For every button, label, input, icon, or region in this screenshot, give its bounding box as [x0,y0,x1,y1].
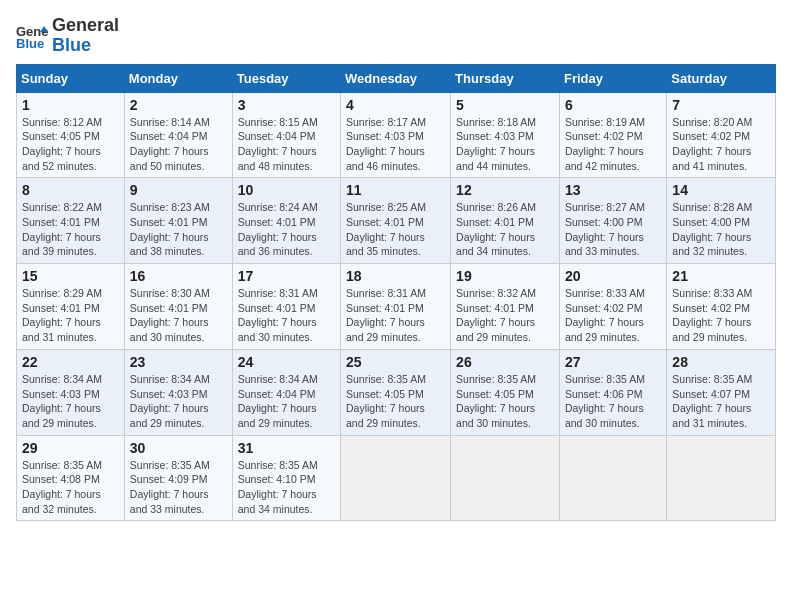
day-number: 5 [456,97,554,113]
day-number: 17 [238,268,335,284]
day-number: 16 [130,268,227,284]
day-cell: 28Sunrise: 8:35 AM Sunset: 4:07 PM Dayli… [667,349,776,435]
day-number: 7 [672,97,770,113]
day-detail: Sunrise: 8:23 AM Sunset: 4:01 PM Dayligh… [130,200,227,259]
day-detail: Sunrise: 8:18 AM Sunset: 4:03 PM Dayligh… [456,115,554,174]
day-number: 3 [238,97,335,113]
calendar-table: SundayMondayTuesdayWednesdayThursdayFrid… [16,64,776,522]
day-number: 11 [346,182,445,198]
day-detail: Sunrise: 8:29 AM Sunset: 4:01 PM Dayligh… [22,286,119,345]
day-number: 1 [22,97,119,113]
day-number: 12 [456,182,554,198]
day-cell: 6Sunrise: 8:19 AM Sunset: 4:02 PM Daylig… [559,92,666,178]
day-number: 4 [346,97,445,113]
day-number: 26 [456,354,554,370]
day-cell: 4Sunrise: 8:17 AM Sunset: 4:03 PM Daylig… [341,92,451,178]
day-number: 18 [346,268,445,284]
day-detail: Sunrise: 8:34 AM Sunset: 4:03 PM Dayligh… [22,372,119,431]
week-row-5: 29Sunrise: 8:35 AM Sunset: 4:08 PM Dayli… [17,435,776,521]
day-detail: Sunrise: 8:15 AM Sunset: 4:04 PM Dayligh… [238,115,335,174]
day-cell [667,435,776,521]
day-detail: Sunrise: 8:12 AM Sunset: 4:05 PM Dayligh… [22,115,119,174]
day-detail: Sunrise: 8:31 AM Sunset: 4:01 PM Dayligh… [346,286,445,345]
day-cell: 14Sunrise: 8:28 AM Sunset: 4:00 PM Dayli… [667,178,776,264]
logo-icon: General Blue [16,22,48,50]
day-number: 27 [565,354,661,370]
day-cell: 27Sunrise: 8:35 AM Sunset: 4:06 PM Dayli… [559,349,666,435]
svg-text:Blue: Blue [16,36,44,50]
day-detail: Sunrise: 8:17 AM Sunset: 4:03 PM Dayligh… [346,115,445,174]
day-cell: 24Sunrise: 8:34 AM Sunset: 4:04 PM Dayli… [232,349,340,435]
day-number: 31 [238,440,335,456]
day-cell: 8Sunrise: 8:22 AM Sunset: 4:01 PM Daylig… [17,178,125,264]
dow-header-monday: Monday [124,64,232,92]
day-cell: 12Sunrise: 8:26 AM Sunset: 4:01 PM Dayli… [451,178,560,264]
day-cell [341,435,451,521]
day-detail: Sunrise: 8:35 AM Sunset: 4:05 PM Dayligh… [456,372,554,431]
day-number: 23 [130,354,227,370]
day-detail: Sunrise: 8:20 AM Sunset: 4:02 PM Dayligh… [672,115,770,174]
dow-header-thursday: Thursday [451,64,560,92]
day-detail: Sunrise: 8:35 AM Sunset: 4:09 PM Dayligh… [130,458,227,517]
day-detail: Sunrise: 8:35 AM Sunset: 4:10 PM Dayligh… [238,458,335,517]
day-number: 15 [22,268,119,284]
day-number: 24 [238,354,335,370]
header: General Blue General Blue [16,16,776,56]
week-row-4: 22Sunrise: 8:34 AM Sunset: 4:03 PM Dayli… [17,349,776,435]
day-cell: 7Sunrise: 8:20 AM Sunset: 4:02 PM Daylig… [667,92,776,178]
day-detail: Sunrise: 8:33 AM Sunset: 4:02 PM Dayligh… [565,286,661,345]
dow-header-tuesday: Tuesday [232,64,340,92]
day-detail: Sunrise: 8:14 AM Sunset: 4:04 PM Dayligh… [130,115,227,174]
day-cell: 18Sunrise: 8:31 AM Sunset: 4:01 PM Dayli… [341,264,451,350]
day-cell: 13Sunrise: 8:27 AM Sunset: 4:00 PM Dayli… [559,178,666,264]
day-number: 6 [565,97,661,113]
dow-header-friday: Friday [559,64,666,92]
day-cell: 31Sunrise: 8:35 AM Sunset: 4:10 PM Dayli… [232,435,340,521]
day-cell: 25Sunrise: 8:35 AM Sunset: 4:05 PM Dayli… [341,349,451,435]
day-cell: 16Sunrise: 8:30 AM Sunset: 4:01 PM Dayli… [124,264,232,350]
dow-header-wednesday: Wednesday [341,64,451,92]
day-number: 29 [22,440,119,456]
day-cell: 5Sunrise: 8:18 AM Sunset: 4:03 PM Daylig… [451,92,560,178]
day-number: 19 [456,268,554,284]
day-cell: 22Sunrise: 8:34 AM Sunset: 4:03 PM Dayli… [17,349,125,435]
day-cell: 15Sunrise: 8:29 AM Sunset: 4:01 PM Dayli… [17,264,125,350]
day-cell: 21Sunrise: 8:33 AM Sunset: 4:02 PM Dayli… [667,264,776,350]
day-cell: 29Sunrise: 8:35 AM Sunset: 4:08 PM Dayli… [17,435,125,521]
day-detail: Sunrise: 8:35 AM Sunset: 4:07 PM Dayligh… [672,372,770,431]
day-detail: Sunrise: 8:22 AM Sunset: 4:01 PM Dayligh… [22,200,119,259]
day-cell: 10Sunrise: 8:24 AM Sunset: 4:01 PM Dayli… [232,178,340,264]
week-row-1: 1Sunrise: 8:12 AM Sunset: 4:05 PM Daylig… [17,92,776,178]
dow-header-sunday: Sunday [17,64,125,92]
day-detail: Sunrise: 8:35 AM Sunset: 4:06 PM Dayligh… [565,372,661,431]
week-row-2: 8Sunrise: 8:22 AM Sunset: 4:01 PM Daylig… [17,178,776,264]
day-number: 8 [22,182,119,198]
day-number: 14 [672,182,770,198]
day-detail: Sunrise: 8:32 AM Sunset: 4:01 PM Dayligh… [456,286,554,345]
day-cell: 9Sunrise: 8:23 AM Sunset: 4:01 PM Daylig… [124,178,232,264]
day-detail: Sunrise: 8:34 AM Sunset: 4:03 PM Dayligh… [130,372,227,431]
day-detail: Sunrise: 8:30 AM Sunset: 4:01 PM Dayligh… [130,286,227,345]
day-detail: Sunrise: 8:27 AM Sunset: 4:00 PM Dayligh… [565,200,661,259]
logo: General Blue General Blue [16,16,119,56]
day-number: 10 [238,182,335,198]
day-cell: 19Sunrise: 8:32 AM Sunset: 4:01 PM Dayli… [451,264,560,350]
day-number: 30 [130,440,227,456]
day-number: 2 [130,97,227,113]
day-number: 20 [565,268,661,284]
day-detail: Sunrise: 8:34 AM Sunset: 4:04 PM Dayligh… [238,372,335,431]
week-row-3: 15Sunrise: 8:29 AM Sunset: 4:01 PM Dayli… [17,264,776,350]
day-detail: Sunrise: 8:35 AM Sunset: 4:08 PM Dayligh… [22,458,119,517]
day-cell: 2Sunrise: 8:14 AM Sunset: 4:04 PM Daylig… [124,92,232,178]
day-detail: Sunrise: 8:25 AM Sunset: 4:01 PM Dayligh… [346,200,445,259]
day-detail: Sunrise: 8:26 AM Sunset: 4:01 PM Dayligh… [456,200,554,259]
day-number: 22 [22,354,119,370]
day-detail: Sunrise: 8:31 AM Sunset: 4:01 PM Dayligh… [238,286,335,345]
day-number: 25 [346,354,445,370]
day-number: 13 [565,182,661,198]
day-detail: Sunrise: 8:19 AM Sunset: 4:02 PM Dayligh… [565,115,661,174]
day-cell: 1Sunrise: 8:12 AM Sunset: 4:05 PM Daylig… [17,92,125,178]
day-number: 28 [672,354,770,370]
day-cell [451,435,560,521]
day-cell: 30Sunrise: 8:35 AM Sunset: 4:09 PM Dayli… [124,435,232,521]
